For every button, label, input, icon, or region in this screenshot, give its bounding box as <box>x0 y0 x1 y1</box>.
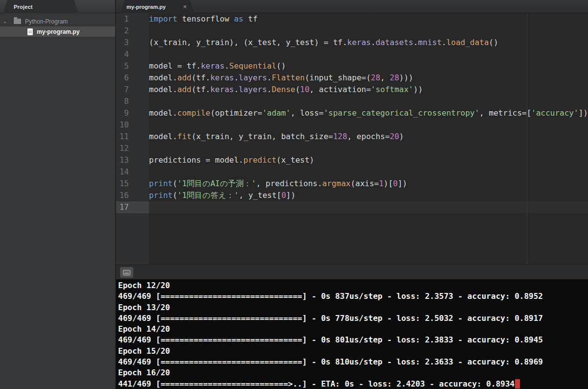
terminal-line: Epoch 16/20 <box>118 367 588 378</box>
terminal-line: 469/469 [==============================]… <box>118 357 588 367</box>
code-line[interactable] <box>149 201 588 213</box>
terminal-icon <box>123 270 130 275</box>
line-number: 8 <box>116 96 149 107</box>
code-line[interactable]: import tensorflow as tf <box>149 13 588 25</box>
code-line[interactable] <box>149 166 588 178</box>
code-line[interactable] <box>149 25 588 37</box>
code-line[interactable] <box>149 49 588 60</box>
line-number: 1 <box>116 13 149 25</box>
project-tab-label: Project <box>14 4 33 10</box>
editor-tab-bar: my-program.py × <box>116 0 588 13</box>
terminal-panel-header <box>116 265 588 279</box>
tab-label: my-program.py <box>126 4 166 10</box>
line-number: 6 <box>116 72 149 84</box>
code-pane[interactable]: import tensorflow as tf(x_train, y_train… <box>149 13 588 265</box>
code-line[interactable]: model = tf.keras.Sequential() <box>149 60 588 72</box>
terminal-line: Epoch 12/20 <box>118 280 588 291</box>
terminal-line: 469/469 [==============================]… <box>118 291 588 302</box>
code-line[interactable]: print('1問目の答え：', y_test[0]) <box>149 190 588 201</box>
terminal-cursor <box>515 379 520 389</box>
line-number: 17 <box>116 201 149 213</box>
line-number: 15 <box>116 178 149 190</box>
terminal-line: Epoch 14/20 <box>118 324 588 335</box>
code-line[interactable] <box>149 119 588 131</box>
tree-file-my-program[interactable]: my-program.py <box>0 26 115 37</box>
terminal-toggle-button[interactable] <box>120 267 133 278</box>
line-number: 4 <box>116 49 149 60</box>
chevron-down-icon[interactable]: ⌄ <box>0 16 10 26</box>
code-line[interactable]: print('1問目のAIの予測：', predictions.argmax(a… <box>149 178 588 190</box>
folder-name: Python-Program <box>25 18 68 25</box>
terminal-line: 469/469 [==============================]… <box>118 335 588 345</box>
line-number: 13 <box>116 154 149 166</box>
ide-window: Project ⌄ Python-Program my-program.py m… <box>0 0 588 389</box>
line-number-gutter: 1234567891011121314151617 <box>116 13 149 265</box>
terminal-line: 469/469 [==============================]… <box>118 313 588 324</box>
terminal-line: 441/469 [===========================>..]… <box>118 379 588 389</box>
tab-my-program[interactable]: my-program.py × <box>120 0 195 13</box>
project-sidebar: Project ⌄ Python-Program my-program.py <box>0 0 116 389</box>
line-number: 7 <box>116 84 149 96</box>
code-line[interactable]: model.add(tf.keras.layers.Dense(10, acti… <box>149 84 588 96</box>
sidebar-header: Project <box>0 0 115 13</box>
close-icon[interactable]: × <box>183 3 187 10</box>
line-number: 9 <box>116 107 149 119</box>
line-number: 16 <box>116 190 149 201</box>
code-editor[interactable]: 1234567891011121314151617 import tensorf… <box>116 13 588 265</box>
code-line[interactable]: model.fit(x_train, y_train, batch_size=1… <box>149 131 588 143</box>
file-tree: ⌄ Python-Program my-program.py <box>0 13 115 37</box>
line-number: 5 <box>116 60 149 72</box>
file-icon <box>27 28 33 35</box>
tree-folder-python-program[interactable]: ⌄ Python-Program <box>0 16 115 26</box>
line-number: 10 <box>116 119 149 131</box>
code-line[interactable]: model.compile(optimizer='adam', loss='sp… <box>149 107 588 119</box>
wrap-guide <box>527 13 527 265</box>
code-line[interactable] <box>149 96 588 107</box>
terminal-line: Epoch 13/20 <box>118 302 588 313</box>
line-number: 12 <box>116 143 149 154</box>
line-number: 2 <box>116 25 149 37</box>
folder-icon <box>14 19 21 24</box>
code-line[interactable]: (x_train, y_train), (x_test, y_test) = t… <box>149 37 588 49</box>
code-line[interactable] <box>149 143 588 154</box>
line-number: 11 <box>116 131 149 143</box>
line-number: 14 <box>116 166 149 178</box>
line-number: 3 <box>116 37 149 49</box>
project-panel-tab[interactable]: Project <box>3 0 78 13</box>
file-name: my-program.py <box>37 28 79 35</box>
code-line[interactable]: predictions = model.predict(x_test) <box>149 154 588 166</box>
terminal-output[interactable]: Epoch 12/20469/469 [====================… <box>116 279 588 389</box>
terminal-line: Epoch 15/20 <box>118 346 588 357</box>
code-line[interactable]: model.add(tf.keras.layers.Flatten(input_… <box>149 72 588 84</box>
